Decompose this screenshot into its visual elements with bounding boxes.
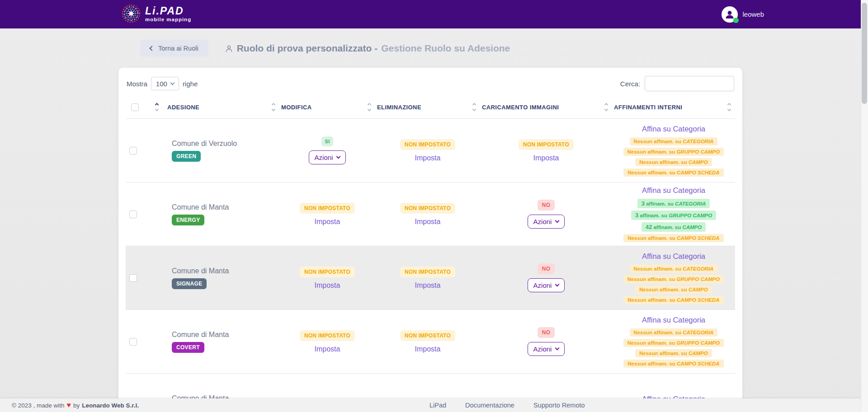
affinamento-badge: Nessun affinam. su CAMPO SCHEDA [623,296,723,304]
company-name: Leonardo Web S.r.l. [82,402,139,409]
status-badge: NON IMPOSTATO [519,139,574,150]
rows-per-page-select[interactable]: 100 [151,77,179,90]
footer-link-lipad[interactable]: LiPad [429,402,446,409]
chevron-left-icon [149,46,154,51]
search-input[interactable] [645,76,734,91]
chevron-down-icon [336,154,341,159]
azioni-dropdown[interactable]: Azioni [528,215,565,229]
sort-icons [368,103,371,111]
affinamento-badge: Nessun affinam. su CAMPO [635,349,712,357]
sort-icons [473,103,476,111]
footer-link-documentazione[interactable]: Documentazione [465,402,514,409]
page-title-section: Gestione Ruolo su Adesione [381,43,510,54]
column-header-caricamento-immagini[interactable]: CARICAMENTO IMMAGINI [480,96,612,118]
imposta-link[interactable]: Imposta [315,345,340,353]
affinamento-badge: 3 affinam. su GRUPPO CAMPO [631,211,716,220]
show-rows-label-after: righe [183,80,198,88]
azioni-dropdown[interactable]: Azioni [528,278,565,292]
online-status-dot [733,18,739,23]
azioni-label: Azioni [533,345,552,353]
top-navbar: Li.PAD mobile mapping leoweb [0,0,868,28]
affinamento-badge: Nessun affinam. su CATEGORIA [630,137,718,145]
adesione-name: Comune di Manta [172,267,229,275]
sort-icons [156,103,158,111]
imposta-link[interactable]: Imposta [315,281,340,290]
table-row: Comune di MantaCOVERTNON IMPOSTATOImpost… [126,309,735,373]
row-checkbox[interactable] [129,274,137,282]
row-checkbox[interactable] [129,147,137,154]
footer-link-supporto-remoto[interactable]: Supporto Remoto [533,402,585,409]
back-button-label: Torna ai Ruoli [158,45,198,52]
imposta-link[interactable]: Imposta [415,154,441,162]
column-header-modifica[interactable]: MODIFICA [279,96,375,118]
affinamento-badge: Nessun affinam. su CAMPO SCHEDA [623,360,723,368]
affina-categoria-link[interactable]: Affina su Categoria [642,316,705,324]
imposta-link[interactable]: Imposta [415,345,441,353]
imposta-link[interactable]: Imposta [315,218,340,226]
logo-subtitle: mobile mapping [145,17,191,23]
status-badge: NON IMPOSTATO [300,203,355,214]
affina-categoria-link[interactable]: Affina su Categoria [642,125,705,133]
affina-categoria-link[interactable]: Affina su Categoria [642,252,705,261]
copyright-text: © 2023 , made with [12,402,65,409]
affinamento-badge: Nessun affinam. su CAMPO SCHEDA [623,234,723,242]
imposta-link[interactable]: Imposta [415,218,441,226]
affinamento-badge: Nessun affinam. su GRUPPO CAMPO [623,275,724,283]
adesione-name: Comune di Manta [172,331,229,339]
column-header-adesione[interactable]: ADESIONE [165,96,279,118]
column-header-eliminazione[interactable]: ELIMINAZIONE [375,96,480,118]
person-outline-icon [225,44,233,53]
page-footer: © 2023 , made with ♥ by Leonardo Web S.r… [0,398,868,412]
status-badge: NO [538,200,555,211]
status-badge: NON IMPOSTATO [400,203,455,214]
affina-categoria-link[interactable]: Affina su Categoria [642,186,705,195]
scrollbar-track [861,0,868,412]
table-body: Comune di VerzuoloGREENSIAzioniNON IMPOS… [126,118,735,412]
azioni-dropdown[interactable]: Azioni [528,342,565,356]
user-menu[interactable]: leoweb [722,6,764,23]
status-badge: NON IMPOSTATO [300,330,355,341]
status-badge: SI [321,136,334,146]
logo-title: Li.PAD [145,6,191,16]
row-checkbox[interactable] [129,338,137,346]
table-row: Comune di MantaENERGYNON IMPOSTATOImpost… [126,182,735,246]
app-logo[interactable]: Li.PAD mobile mapping [121,4,191,25]
azioni-label: Azioni [533,281,552,289]
azioni-dropdown[interactable]: Azioni [309,150,346,164]
affinamento-badge: Nessun affinam. su CAMPO SCHEDA [623,169,723,177]
rows-per-page-value: 100 [156,80,167,88]
row-checkbox[interactable] [129,211,137,218]
adesione-tag-badge: SIGNAGE [172,278,207,289]
status-badge: NON IMPOSTATO [300,267,355,277]
azioni-label: Azioni [533,218,552,225]
table-row: Comune di VerzuoloGREENSIAzioniNON IMPOS… [126,118,735,182]
scrollbar-thumb[interactable] [862,3,867,104]
status-badge: NO [538,327,555,338]
column-header-select[interactable] [126,96,165,118]
affinamento-badge: Nessun affinam. su GRUPPO CAMPO [623,339,724,347]
adesione-name: Comune di Verzuolo [172,140,237,148]
column-header-affinamenti-interni[interactable]: AFFINAMENTI INTERNI [612,96,735,118]
page-title-role-name: Ruolo di prova personalizzato - [237,43,378,54]
sort-icons [605,103,608,111]
table-header-row: ADESIONE MODIFICA ELIMINAZIONE CARICAMEN… [126,96,735,118]
adesione-tag-badge: GREEN [172,151,201,162]
status-badge: NO [538,263,555,274]
affinamento-badge: 42 affinam. su CAMPO [642,222,706,232]
search-label: Cerca: [620,80,640,88]
heart-icon: ♥ [67,401,71,409]
affinamento-badge: Nessun affinam. su CATEGORIA [630,265,718,273]
status-badge: NON IMPOSTATO [400,139,455,150]
imposta-link[interactable]: Imposta [533,154,559,162]
select-all-checkbox[interactable] [131,103,139,111]
imposta-link[interactable]: Imposta [415,281,441,290]
azioni-label: Azioni [315,154,333,161]
status-badge: NON IMPOSTATO [400,267,455,277]
back-to-roles-button[interactable]: Torna ai Ruoli [140,40,208,57]
user-avatar [722,6,738,23]
sort-icons [728,103,731,111]
show-rows-label-before: Mostra [127,80,147,88]
table-row: Comune di MantaSIGNAGENON IMPOSTATOImpos… [126,246,735,309]
affinamento-badge: Nessun affinam. su CAMPO [635,286,712,294]
status-badge: NON IMPOSTATO [400,330,455,341]
